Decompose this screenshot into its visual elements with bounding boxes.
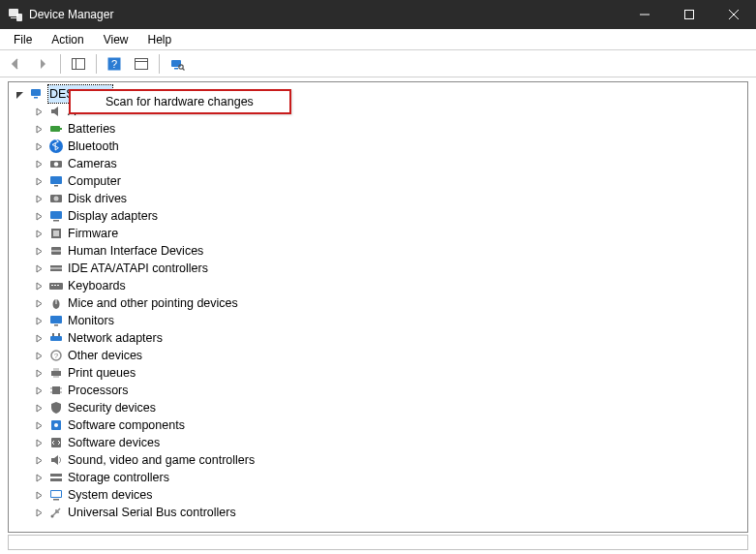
context-menu: Scan for hardware changes xyxy=(69,89,291,114)
chevron-right-icon[interactable] xyxy=(33,507,45,518)
forward-button[interactable] xyxy=(31,53,54,75)
svg-rect-2 xyxy=(16,14,22,21)
help-button[interactable]: ? xyxy=(103,53,126,75)
tree-node[interactable]: IDE ATA/ATAPI controllers xyxy=(10,260,746,277)
swcomp-icon xyxy=(48,417,64,433)
svg-rect-17 xyxy=(31,89,41,96)
tree-node-label: Software devices xyxy=(68,434,160,451)
tree-node[interactable]: Human Interface Devices xyxy=(10,242,746,260)
tree-node[interactable]: Disk drives xyxy=(10,190,746,207)
chevron-right-icon[interactable] xyxy=(33,419,45,431)
tree-node[interactable]: Storage controllers xyxy=(10,469,746,486)
chevron-right-icon[interactable] xyxy=(33,123,45,135)
tree-node-label: Print queues xyxy=(68,364,136,382)
tree-node[interactable]: Bluetooth xyxy=(10,138,746,155)
menu-view[interactable]: View xyxy=(94,31,138,48)
chevron-right-icon[interactable] xyxy=(33,437,45,448)
chevron-right-icon[interactable] xyxy=(33,350,45,361)
chevron-right-icon[interactable] xyxy=(33,297,45,309)
ide-icon xyxy=(48,261,64,276)
chevron-down-icon[interactable] xyxy=(14,88,25,100)
svg-line-16 xyxy=(183,68,185,70)
storage-icon xyxy=(48,470,64,485)
svg-rect-37 xyxy=(51,285,53,286)
chevron-right-icon[interactable] xyxy=(33,175,45,187)
tree-node[interactable]: Batteries xyxy=(10,120,746,138)
toolbar: ? xyxy=(0,50,756,77)
device-tree[interactable]: DESKTOP-ABatteriesBluetoothCamerasComput… xyxy=(10,83,746,531)
svg-rect-25 xyxy=(54,185,58,187)
tree-node-label: Monitors xyxy=(68,312,114,329)
tree-node[interactable]: Processors xyxy=(10,382,746,399)
scan-hardware-button[interactable] xyxy=(166,53,189,75)
tree-node[interactable]: Sound, video and game controllers xyxy=(10,451,746,469)
menu-file[interactable]: File xyxy=(4,31,42,48)
back-button[interactable] xyxy=(4,53,27,75)
tree-node[interactable]: Universal Serial Bus controllers xyxy=(10,504,746,521)
toolbar-separator xyxy=(96,54,97,74)
tree-node[interactable]: System devices xyxy=(10,486,746,504)
tree-node[interactable]: Display adapters xyxy=(10,207,746,225)
svg-rect-31 xyxy=(53,231,59,236)
minimize-button[interactable] xyxy=(622,0,667,29)
tree-node-label: Sound, video and game controllers xyxy=(68,451,255,469)
context-scan-hardware[interactable]: Scan for hardware changes xyxy=(71,91,289,112)
titlebar: Device Manager xyxy=(0,0,756,29)
chevron-right-icon[interactable] xyxy=(33,472,45,483)
tree-node-label: Batteries xyxy=(68,120,115,138)
menu-action[interactable]: Action xyxy=(42,31,93,48)
computer-icon xyxy=(29,86,45,102)
chevron-right-icon[interactable] xyxy=(33,315,45,326)
svg-rect-36 xyxy=(49,283,63,290)
tree-node[interactable]: Software components xyxy=(10,416,746,434)
chevron-right-icon[interactable] xyxy=(33,454,45,466)
chevron-right-icon[interactable] xyxy=(33,193,45,204)
chevron-right-icon[interactable] xyxy=(33,228,45,239)
svg-rect-29 xyxy=(53,220,59,222)
chevron-right-icon[interactable] xyxy=(33,280,45,292)
chevron-right-icon[interactable] xyxy=(33,106,45,117)
svg-rect-28 xyxy=(50,211,62,219)
tree-node[interactable]: Mice and other pointing devices xyxy=(10,294,746,312)
svg-rect-39 xyxy=(57,285,59,286)
chevron-right-icon[interactable] xyxy=(33,367,45,379)
menu-help[interactable]: Help xyxy=(138,31,182,48)
disk-icon xyxy=(48,191,64,206)
chevron-right-icon[interactable] xyxy=(33,158,45,169)
svg-rect-49 xyxy=(51,371,61,376)
svg-rect-45 xyxy=(52,333,54,336)
audio-icon xyxy=(48,104,64,119)
tree-node[interactable]: Computer xyxy=(10,172,746,190)
svg-rect-42 xyxy=(50,316,62,323)
chevron-right-icon[interactable] xyxy=(33,210,45,222)
svg-rect-24 xyxy=(50,176,62,184)
tree-node[interactable]: Monitors xyxy=(10,312,746,329)
tree-node-label: Storage controllers xyxy=(68,469,169,486)
chevron-right-icon[interactable] xyxy=(33,332,45,344)
tree-node[interactable]: Keyboards xyxy=(10,277,746,294)
svg-text:?: ? xyxy=(111,58,117,70)
chevron-right-icon[interactable] xyxy=(33,262,45,274)
tree-node[interactable]: Print queues xyxy=(10,364,746,382)
security-icon xyxy=(48,400,64,416)
tree-node[interactable]: ?Other devices xyxy=(10,347,746,364)
show-hide-tree-button[interactable] xyxy=(67,53,90,75)
tree-node[interactable]: Software devices xyxy=(10,434,746,451)
tree-node[interactable]: Cameras xyxy=(10,155,746,172)
properties-button[interactable] xyxy=(130,53,153,75)
chevron-right-icon[interactable] xyxy=(33,402,45,414)
chevron-right-icon[interactable] xyxy=(33,385,45,396)
tree-node[interactable]: Firmware xyxy=(10,225,746,242)
chevron-right-icon[interactable] xyxy=(33,140,45,152)
chevron-right-icon[interactable] xyxy=(33,245,45,257)
svg-point-23 xyxy=(54,162,58,166)
bluetooth-icon xyxy=(48,138,64,154)
tree-node[interactable]: Network adapters xyxy=(10,329,746,347)
tree-node[interactable]: Security devices xyxy=(10,399,746,416)
close-button[interactable] xyxy=(711,0,756,29)
svg-rect-60 xyxy=(50,474,62,477)
mouse-icon xyxy=(48,295,64,311)
svg-rect-7 xyxy=(73,58,85,69)
maximize-button[interactable] xyxy=(667,0,711,29)
chevron-right-icon[interactable] xyxy=(33,489,45,501)
